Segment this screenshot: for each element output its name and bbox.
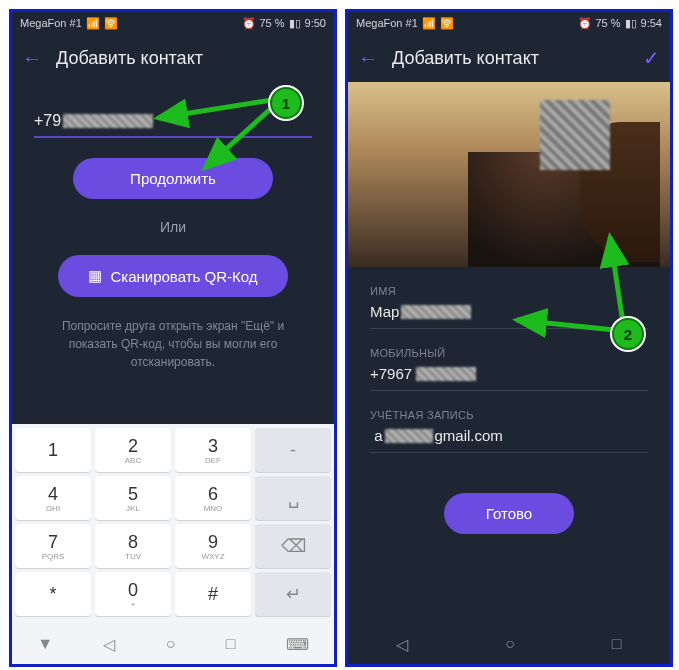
continue-button-label: Продолжить	[130, 170, 216, 187]
carrier-label: MegaFon #1	[20, 17, 82, 29]
continue-button[interactable]: Продолжить	[73, 158, 273, 199]
or-divider: Или	[34, 219, 312, 235]
mobile-value-prefix: +7967	[370, 365, 412, 382]
annotation-marker-2: 2	[612, 318, 644, 350]
key-backspace[interactable]: ⌫	[255, 524, 331, 568]
done-button[interactable]: Готово	[444, 493, 574, 534]
name-field-label: ИМЯ	[370, 285, 648, 297]
key-star[interactable]: *	[15, 572, 91, 616]
clock-label: 9:50	[305, 17, 326, 29]
name-value-prefix: Мар	[370, 303, 399, 320]
done-button-label: Готово	[486, 505, 532, 522]
nav-keyboard-icon[interactable]: ⌨	[286, 635, 309, 654]
nav-keyboard-toggle-icon[interactable]: ▼	[37, 635, 53, 653]
mobile-field[interactable]: +7967	[370, 359, 648, 391]
battery-label: 75 %	[260, 17, 285, 29]
contact-photo[interactable]	[348, 82, 670, 267]
signal-icon: 📶	[422, 17, 436, 30]
key-5[interactable]: 5JKL	[95, 476, 171, 520]
phone-value-prefix: +79	[34, 112, 61, 130]
annotation-marker-1: 1	[270, 87, 302, 119]
clock-label: 9:54	[641, 17, 662, 29]
key-dash[interactable]: -	[255, 428, 331, 472]
android-navbar: ▼ ◁ ○ □ ⌨	[12, 624, 334, 664]
key-1[interactable]: 1	[15, 428, 91, 472]
status-bar: MegaFon #1 📶 🛜 ⏰ 75 % ▮▯ 9:54	[348, 12, 670, 34]
battery-label: 75 %	[596, 17, 621, 29]
numeric-keyboard: 1 2ABC 3DEF - 4GHI 5JKL 6MNO ␣ 7PQRS 8TU…	[12, 424, 334, 624]
account-field[interactable]: a gmail.com	[370, 421, 648, 453]
back-icon[interactable]: ←	[358, 47, 378, 70]
key-3[interactable]: 3DEF	[175, 428, 251, 472]
account-value-suffix: gmail.com	[435, 427, 503, 444]
key-0[interactable]: 0+	[95, 572, 171, 616]
wifi-icon: 🛜	[440, 17, 454, 30]
page-title: Добавить контакт	[392, 48, 643, 69]
help-text: Попросите друга открыть экран "Ещё" и по…	[34, 317, 312, 371]
nav-recent-icon[interactable]: □	[226, 635, 236, 653]
account-field-label: УЧЁТНАЯ ЗАПИСЬ	[370, 409, 648, 421]
confirm-icon[interactable]: ✓	[643, 46, 660, 70]
mobile-value-censored	[416, 367, 476, 381]
key-4[interactable]: 4GHI	[15, 476, 91, 520]
page-title: Добавить контакт	[56, 48, 324, 69]
scan-qr-label: Сканировать QR-Код	[110, 268, 257, 285]
nav-home-icon[interactable]: ○	[505, 635, 515, 653]
account-value-censored	[385, 429, 433, 443]
key-9[interactable]: 9WXYZ	[175, 524, 251, 568]
key-7[interactable]: 7PQRS	[15, 524, 91, 568]
nav-back-icon[interactable]: ◁	[103, 635, 115, 654]
key-hash[interactable]: #	[175, 572, 251, 616]
status-bar: MegaFon #1 📶 🛜 ⏰ 75 % ▮▯ 9:50	[12, 12, 334, 34]
name-value-censored	[401, 305, 471, 319]
name-field[interactable]: Мар	[370, 297, 648, 329]
phone-value-censored	[63, 114, 153, 128]
carrier-label: MegaFon #1	[356, 17, 418, 29]
qr-icon: ▦	[88, 267, 102, 285]
key-space[interactable]: ␣	[255, 476, 331, 520]
app-header: ← Добавить контакт	[12, 34, 334, 82]
android-navbar: ◁ ○ □	[348, 624, 670, 664]
alarm-icon: ⏰	[242, 17, 256, 30]
battery-icon: ▮▯	[289, 17, 301, 30]
contact-photo-face-censored	[540, 100, 610, 170]
nav-recent-icon[interactable]: □	[612, 635, 622, 653]
battery-icon: ▮▯	[625, 17, 637, 30]
wifi-icon: 🛜	[104, 17, 118, 30]
mobile-field-label: МОБИЛЬНЫЙ	[370, 347, 648, 359]
account-value-prefix: a	[374, 427, 382, 444]
alarm-icon: ⏰	[578, 17, 592, 30]
nav-back-icon[interactable]: ◁	[396, 635, 408, 654]
nav-home-icon[interactable]: ○	[166, 635, 176, 653]
phone-input[interactable]: +79	[34, 112, 312, 138]
signal-icon: 📶	[86, 17, 100, 30]
key-8[interactable]: 8TUV	[95, 524, 171, 568]
key-6[interactable]: 6MNO	[175, 476, 251, 520]
scan-qr-button[interactable]: ▦ Сканировать QR-Код	[58, 255, 288, 297]
key-enter[interactable]: ↵	[255, 572, 331, 616]
app-header: ← Добавить контакт ✓	[348, 34, 670, 82]
back-icon[interactable]: ←	[22, 47, 42, 70]
key-2[interactable]: 2ABC	[95, 428, 171, 472]
